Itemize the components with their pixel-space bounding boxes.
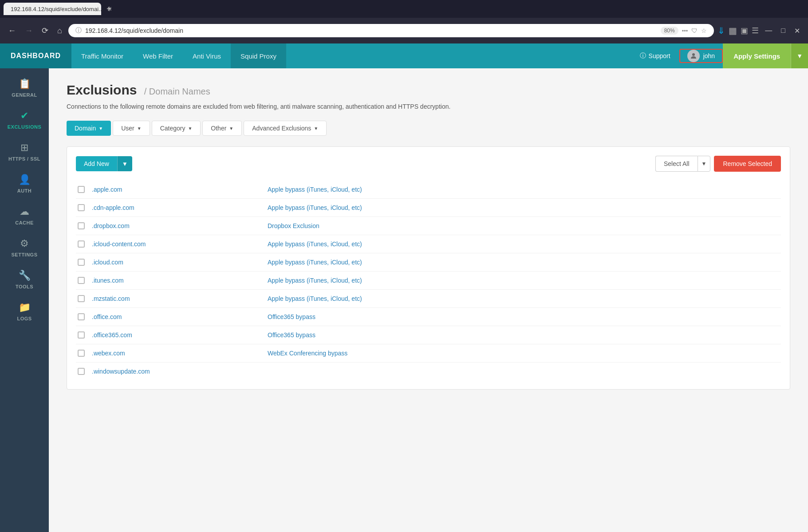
auth-icon: 👤 [19,174,31,185]
domain-checkbox[interactable] [78,259,85,266]
add-new-button[interactable]: Add New [76,156,117,171]
tab-advanced-exclusions[interactable]: Advanced Exclusions ▼ [244,121,327,136]
user-button[interactable]: john [679,49,723,63]
sidebar-toggle-icon[interactable]: ▣ [741,26,748,35]
top-nav: Traffic Monitor Web Filter Anti Virus Sq… [71,43,286,68]
nav-anti-virus[interactable]: Anti Virus [183,43,231,68]
domain-checkbox[interactable] [78,313,85,320]
domain-row: .apple.comApple bypass (iTunes, iCloud, … [76,181,781,199]
domain-checkbox[interactable] [78,331,85,339]
domain-name[interactable]: .icloud-content.com [92,240,260,248]
more-options-icon[interactable]: ••• [682,28,688,34]
sidebar-item-exclusions[interactable]: ✔ EXCLUSIONS [0,104,49,136]
active-tab[interactable]: 192.168.4.12/squid/exclude/domai... ✕ [4,3,101,15]
domain-checkbox[interactable] [78,277,85,284]
tab-category[interactable]: Category ▼ [152,121,201,136]
domain-checkbox[interactable] [78,295,85,302]
page-title: Exclusions / Domain Names [67,83,790,98]
apply-settings-button[interactable]: Apply Settings [723,43,791,68]
logs-icon: 📁 [19,302,31,313]
library-icon[interactable]: ▦ [729,25,737,36]
menu-icon[interactable]: ☰ [752,26,759,35]
https-ssl-label: HTTPS / SSL [8,156,40,162]
tab-row: Domain ▼ User ▼ Category ▼ Other ▼ Advan… [67,121,790,136]
main-content: Exclusions / Domain Names Connections to… [49,68,808,532]
domain-name[interactable]: .apple.com [92,186,260,193]
address-bar[interactable]: ⓘ 192.168.4.12/squid/exclude/domain 80% … [68,24,714,37]
support-button[interactable]: ⓘ Support [631,52,679,60]
nav-squid-proxy[interactable]: Squid Proxy [231,43,286,68]
domain-checkbox[interactable] [78,222,85,229]
domain-name[interactable]: .mzstatic.com [92,295,260,302]
select-all-dropdown-arrow[interactable]: ▼ [698,156,711,172]
other-tab-arrow: ▼ [229,126,233,131]
home-button[interactable]: ⌂ [55,24,65,37]
tab-user[interactable]: User ▼ [113,121,150,136]
table-toolbar: Add New ▼ Select All ▼ Remove Selected [76,156,781,172]
restore-button[interactable]: □ [778,26,788,36]
add-new-dropdown-arrow[interactable]: ▼ [117,156,132,171]
sidebar-item-general[interactable]: 📋 GENERAL [0,72,49,104]
advanced-tab-arrow: ▼ [314,126,318,131]
domain-row: .itunes.comApple bypass (iTunes, iCloud,… [76,272,781,290]
download-icon[interactable]: ⇓ [717,25,725,36]
tab-domain[interactable]: Domain ▼ [67,121,111,136]
sidebar-item-cache[interactable]: ☁ CACHE [0,200,49,232]
domain-row: .icloud-content.comApple bypass (iTunes,… [76,235,781,253]
sidebar: 📋 GENERAL ✔ EXCLUSIONS ⊞ HTTPS / SSL 👤 A… [0,68,49,532]
domain-name[interactable]: .windowsupdate.com [92,368,260,375]
domain-tab-arrow: ▼ [99,126,103,131]
sidebar-item-auth[interactable]: 👤 AUTH [0,168,49,200]
domain-name[interactable]: .webex.com [92,350,260,357]
page-description: Connections to the following remote doma… [67,103,790,110]
content-area: 📋 GENERAL ✔ EXCLUSIONS ⊞ HTTPS / SSL 👤 A… [0,68,808,532]
domain-row: .dropbox.comDropbox Exclusion [76,217,781,235]
remove-selected-button[interactable]: Remove Selected [714,156,781,172]
cache-label: CACHE [15,220,34,225]
apply-settings-group: Apply Settings ▼ [723,43,808,68]
avatar [687,50,700,62]
domain-name[interactable]: .dropbox.com [92,222,260,229]
domain-description: Apple bypass (iTunes, iCloud, etc) [268,295,362,302]
domain-checkbox[interactable] [78,350,85,357]
domain-name[interactable]: .office.com [92,313,260,320]
reload-button[interactable]: ⟳ [39,24,51,37]
zoom-level: 80% [661,27,678,35]
brand-logo: DASHBOARD [0,43,71,68]
sidebar-item-settings[interactable]: ⚙ SETTINGS [0,232,49,264]
domain-name[interactable]: .office365.com [92,331,260,339]
new-tab-button[interactable]: + [103,4,115,14]
back-button[interactable]: ← [5,24,19,37]
sidebar-item-tools[interactable]: 🔧 TOOLS [0,264,49,296]
domain-description: Office365 bypass [268,331,315,339]
domain-name[interactable]: .cdn-apple.com [92,204,260,211]
domain-checkbox[interactable] [78,368,85,375]
table-card: Add New ▼ Select All ▼ Remove Selected .… [67,146,790,390]
domain-checkbox[interactable] [78,186,85,193]
forward-button[interactable]: → [22,24,35,37]
select-all-button[interactable]: Select All [655,156,698,172]
user-name: john [703,52,715,59]
settings-label: SETTINGS [11,252,37,257]
domain-name[interactable]: .icloud.com [92,259,260,266]
domain-description: Office365 bypass [268,313,315,320]
domain-row: .windowsupdate.com [76,363,781,380]
domain-description: Apple bypass (iTunes, iCloud, etc) [268,186,362,193]
info-icon: ⓘ [75,27,82,35]
page-header: Exclusions / Domain Names [67,83,790,98]
apply-settings-arrow[interactable]: ▼ [791,43,808,68]
sidebar-item-https-ssl[interactable]: ⊞ HTTPS / SSL [0,136,49,168]
sidebar-item-logs[interactable]: 📁 LOGS [0,296,49,327]
app: DASHBOARD Traffic Monitor Web Filter Ant… [0,43,808,532]
nav-web-filter[interactable]: Web Filter [133,43,183,68]
close-button[interactable]: ✕ [792,26,803,36]
minimize-button[interactable]: — [762,26,775,36]
domain-checkbox[interactable] [78,204,85,211]
page-subtitle: / Domain Names [144,87,210,96]
nav-traffic-monitor[interactable]: Traffic Monitor [71,43,133,68]
tab-other[interactable]: Other ▼ [202,121,242,136]
domain-checkbox[interactable] [78,240,85,248]
domain-row: .mzstatic.comApple bypass (iTunes, iClou… [76,290,781,308]
domain-name[interactable]: .itunes.com [92,277,260,284]
bookmark-icon[interactable]: ☆ [701,27,707,34]
